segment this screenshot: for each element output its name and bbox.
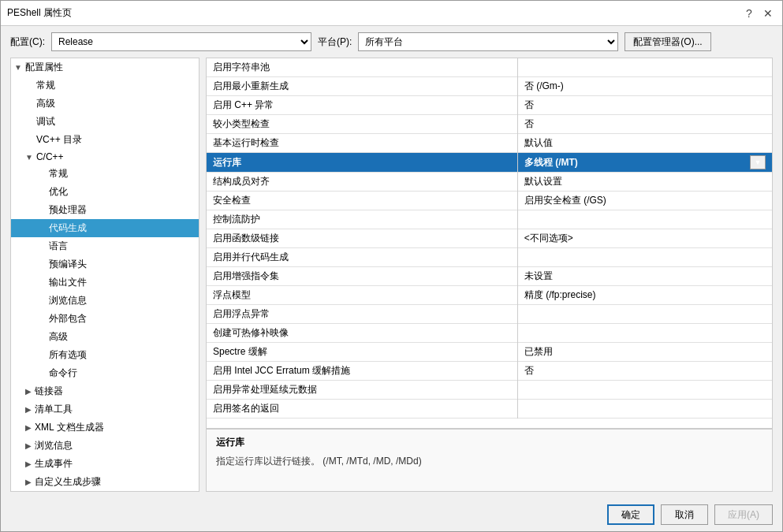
tree-label-custom-build: 自定义生成步骤 xyxy=(35,475,101,489)
desc-title: 运行库 xyxy=(216,436,762,449)
prop-value-parallel-codegen xyxy=(517,248,772,267)
prop-name-runtime-lib: 运行库 xyxy=(207,153,517,173)
prop-row-enhance-instr[interactable]: 启用增强指令集未设置 xyxy=(207,267,772,286)
tree-label-external-inc: 外部包含 xyxy=(49,312,87,326)
tree-label-language: 语言 xyxy=(49,240,68,253)
tree-label-xml-gen: XML 文档生成器 xyxy=(35,421,104,434)
prop-value-control-flow xyxy=(517,210,772,229)
tree-item-output[interactable]: 输出文件 xyxy=(11,273,199,292)
desc-text: 指定运行库以进行链接。 (/MT, /MTd, /MD, /MDd) xyxy=(216,454,762,468)
tree-label-codegen: 代码生成 xyxy=(49,221,87,235)
tree-item-codegen[interactable]: 代码生成 xyxy=(11,219,199,237)
prop-name-func-link: 启用函数级链接 xyxy=(207,229,517,248)
prop-row-struct-align[interactable]: 结构成员对齐默认设置 xyxy=(207,173,772,192)
tree-item-cpp-general[interactable]: 常规 xyxy=(11,165,199,183)
tree-label-preprocessor: 预处理器 xyxy=(49,203,87,217)
prop-value-runtime-lib: 多线程 (/MT)▼ xyxy=(517,153,772,173)
tree-label-browse2: 浏览信息 xyxy=(35,439,73,452)
tree-label-linker: 链接器 xyxy=(35,385,63,398)
tree-label-config-props: 配置属性 xyxy=(25,61,63,74)
tree-label-vcpp-dirs: VC++ 目录 xyxy=(36,133,82,147)
ok-button[interactable]: 确定 xyxy=(607,504,654,525)
prop-row-runtime-lib[interactable]: 运行库多线程 (/MT)▼ xyxy=(207,153,772,173)
tree-item-linker[interactable]: ▶链接器 xyxy=(11,382,199,400)
prop-name-parallel-codegen: 启用并行代码生成 xyxy=(207,248,517,267)
tree-label-cpp-general: 常规 xyxy=(49,167,68,180)
close-button[interactable]: ✕ xyxy=(760,6,776,21)
prop-row-eh-metadata[interactable]: 启用异常处理延续元数据 xyxy=(207,381,772,400)
prop-row-security-check[interactable]: 安全检查启用安全检查 (/GS) xyxy=(207,192,772,210)
properties-table: 启用字符串池启用最小重新生成否 (/Gm-)启用 C++ 异常否较小类型检查否基… xyxy=(207,58,772,419)
tree-item-external-inc[interactable]: 外部包含 xyxy=(11,310,199,328)
tree-item-advanced2[interactable]: 高级 xyxy=(11,328,199,346)
prop-value-spectre: 已禁用 xyxy=(517,343,772,362)
prop-row-jcc-erratum[interactable]: 启用 Intel JCC Erratum 缓解措施否 xyxy=(207,362,772,381)
apply-button[interactable]: 应用(A) xyxy=(714,504,773,525)
tree-item-language[interactable]: 语言 xyxy=(11,237,199,255)
prop-row-fp-exception[interactable]: 启用浮点异常 xyxy=(207,305,772,324)
help-button[interactable]: ? xyxy=(741,6,757,21)
config-manager-button[interactable]: 配置管理器(O)... xyxy=(625,32,710,51)
prop-name-string-pool: 启用字符串池 xyxy=(207,58,517,77)
prop-name-spectre: Spectre 缓解 xyxy=(207,343,517,362)
prop-row-parallel-codegen[interactable]: 启用并行代码生成 xyxy=(207,248,772,267)
tree-item-build-events[interactable]: ▶生成事件 xyxy=(11,455,199,473)
platform-label: 平台(P): xyxy=(318,35,352,49)
cancel-button[interactable]: 取消 xyxy=(661,504,708,525)
prop-name-signed-return: 启用签名的返回 xyxy=(207,400,517,419)
prop-row-smaller-type[interactable]: 较小类型检查否 xyxy=(207,115,772,134)
tree-item-general[interactable]: 常规 xyxy=(11,76,199,95)
prop-row-min-rebuild[interactable]: 启用最小重新生成否 (/Gm-) xyxy=(207,77,772,96)
tree-item-browse2[interactable]: ▶浏览信息 xyxy=(11,437,199,455)
tree-item-advanced[interactable]: 高级 xyxy=(11,95,199,113)
expand-icon-build-events: ▶ xyxy=(25,459,32,468)
prop-name-fp-exception: 启用浮点异常 xyxy=(207,305,517,324)
prop-row-hotpatch[interactable]: 创建可热修补映像 xyxy=(207,324,772,343)
tree-item-optimize[interactable]: 优化 xyxy=(11,183,199,201)
tree-item-browse[interactable]: 浏览信息 xyxy=(11,292,199,310)
tree-item-cpp[interactable]: ▼C/C++ xyxy=(11,149,199,165)
prop-row-signed-return[interactable]: 启用签名的返回 xyxy=(207,400,772,419)
tree-label-advanced2: 高级 xyxy=(49,330,68,344)
tree-item-cleantool[interactable]: ▶清单工具 xyxy=(11,400,199,419)
tree-label-cmdline: 命令行 xyxy=(49,366,77,380)
prop-value-security-check: 启用安全检查 (/GS) xyxy=(517,192,772,210)
prop-row-control-flow[interactable]: 控制流防护 xyxy=(207,210,772,229)
prop-row-cpp-exception[interactable]: 启用 C++ 异常否 xyxy=(207,96,772,115)
tree-item-vcpp-dirs[interactable]: VC++ 目录 xyxy=(11,131,199,149)
prop-row-string-pool[interactable]: 启用字符串池 xyxy=(207,58,772,77)
tree-item-precompiled[interactable]: 预编译头 xyxy=(11,255,199,273)
expand-icon-browse2: ▶ xyxy=(25,441,32,450)
tree-item-custom-build[interactable]: ▶自定义生成步骤 xyxy=(11,473,199,491)
tree-label-build-events: 生成事件 xyxy=(35,457,73,471)
prop-row-func-link[interactable]: 启用函数级链接<不同选项> xyxy=(207,229,772,248)
config-select[interactable]: Release xyxy=(51,32,311,51)
tree-item-cmdline[interactable]: 命令行 xyxy=(11,364,199,382)
dialog-title: PEShell 属性页 xyxy=(7,6,72,20)
prop-row-fp-model[interactable]: 浮点模型精度 (/fp:precise) xyxy=(207,286,772,305)
prop-name-smaller-type: 较小类型检查 xyxy=(207,115,517,134)
platform-select[interactable]: 所有平台 xyxy=(358,32,618,51)
tree-item-config-props[interactable]: ▼配置属性 xyxy=(11,58,199,76)
prop-dropdown-btn-runtime-lib[interactable]: ▼ xyxy=(750,155,766,169)
prop-value-string-pool xyxy=(517,58,772,77)
tree-item-debug[interactable]: 调试 xyxy=(11,113,199,131)
props-table: 启用字符串池启用最小重新生成否 (/Gm-)启用 C++ 异常否较小类型检查否基… xyxy=(207,58,772,428)
tree-item-all-options[interactable]: 所有选项 xyxy=(11,346,199,364)
tree-item-preprocessor[interactable]: 预处理器 xyxy=(11,201,199,219)
prop-value-func-link: <不同选项> xyxy=(517,229,772,248)
config-label: 配置(C): xyxy=(10,35,45,49)
prop-row-runtime-check[interactable]: 基本运行时检查默认值 xyxy=(207,134,772,153)
tree-item-xml-gen[interactable]: ▶XML 文档生成器 xyxy=(11,419,199,437)
prop-name-eh-metadata: 启用异常处理延续元数据 xyxy=(207,381,517,400)
expand-icon-cpp: ▼ xyxy=(25,153,33,162)
expand-icon-xml-gen: ▶ xyxy=(25,423,32,432)
prop-value-fp-exception xyxy=(517,305,772,324)
prop-name-fp-model: 浮点模型 xyxy=(207,286,517,305)
main-content: ▼配置属性常规高级调试VC++ 目录▼C/C++常规优化预处理器代码生成语言预编… xyxy=(1,58,782,498)
props-description: 运行库 指定运行库以进行链接。 (/MT, /MTd, /MD, /MDd) xyxy=(207,428,772,491)
tree-label-debug: 调试 xyxy=(36,115,55,128)
prop-row-spectre[interactable]: Spectre 缓解已禁用 xyxy=(207,343,772,362)
tree-label-general: 常规 xyxy=(36,79,55,92)
tree-label-cpp: C/C++ xyxy=(36,151,64,162)
